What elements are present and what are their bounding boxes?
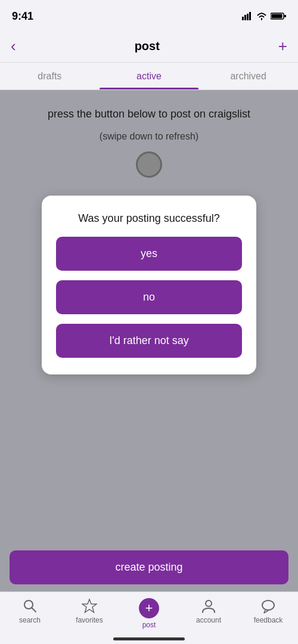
tab-active[interactable]: active: [100, 63, 199, 89]
yes-button[interactable]: yes: [56, 237, 242, 271]
posting-dialog: Was your posting successful? yes no I'd …: [42, 196, 256, 374]
nav-label-search: search: [19, 616, 41, 624]
tab-bar: drafts active archived: [0, 63, 298, 90]
nav-label-account: account: [196, 616, 221, 624]
svg-rect-6: [284, 15, 286, 17]
header: ‹ post +: [0, 30, 298, 63]
bubble-icon: [260, 598, 276, 614]
no-button[interactable]: no: [56, 280, 242, 314]
svg-line-8: [32, 608, 36, 612]
search-icon: [22, 598, 38, 614]
svg-rect-0: [242, 17, 244, 20]
post-circle: +: [139, 598, 159, 618]
svg-rect-5: [272, 14, 283, 18]
status-bar: 9:41: [0, 0, 298, 30]
instruction-text: press the button below to post on craigs…: [42, 108, 256, 120]
refresh-circle: [136, 151, 162, 178]
nav-label-post: post: [142, 621, 156, 629]
create-posting-button[interactable]: create posting: [10, 550, 288, 584]
swipe-hint: (swipe down to refresh): [100, 131, 198, 142]
star-icon: [82, 598, 97, 614]
battery-icon: [271, 12, 286, 20]
nav-item-post[interactable]: + post: [119, 598, 179, 629]
rather-not-say-button[interactable]: I'd rather not say: [56, 324, 242, 358]
nav-label-feedback: feedback: [254, 616, 283, 624]
svg-rect-2: [247, 14, 249, 20]
nav-item-search[interactable]: search: [0, 598, 60, 624]
page-title: post: [135, 39, 160, 53]
svg-point-10: [206, 600, 212, 606]
person-icon: [201, 598, 216, 614]
home-indicator: [113, 637, 185, 640]
nav-item-account[interactable]: account: [179, 598, 238, 624]
wifi-icon: [256, 12, 267, 20]
nav-item-favorites[interactable]: favorites: [60, 598, 119, 624]
dialog-question: Was your posting successful?: [78, 212, 219, 225]
bottom-nav: search favorites + post account feedback: [0, 592, 298, 644]
svg-point-11: [262, 600, 274, 610]
svg-rect-3: [249, 12, 251, 20]
tab-archived[interactable]: archived: [198, 63, 298, 89]
status-time: 9:41: [12, 10, 33, 23]
add-button[interactable]: +: [278, 38, 287, 54]
nav-item-feedback[interactable]: feedback: [238, 598, 298, 624]
status-icons: [242, 12, 286, 20]
svg-marker-9: [82, 599, 97, 612]
signal-icon: [242, 12, 253, 20]
svg-rect-1: [244, 15, 246, 20]
main-content: press the button below to post on craigs…: [0, 90, 298, 544]
back-button[interactable]: ‹: [11, 38, 16, 54]
create-posting-bar: create posting: [0, 543, 298, 592]
tab-drafts[interactable]: drafts: [0, 63, 100, 89]
nav-label-favorites: favorites: [76, 616, 103, 624]
